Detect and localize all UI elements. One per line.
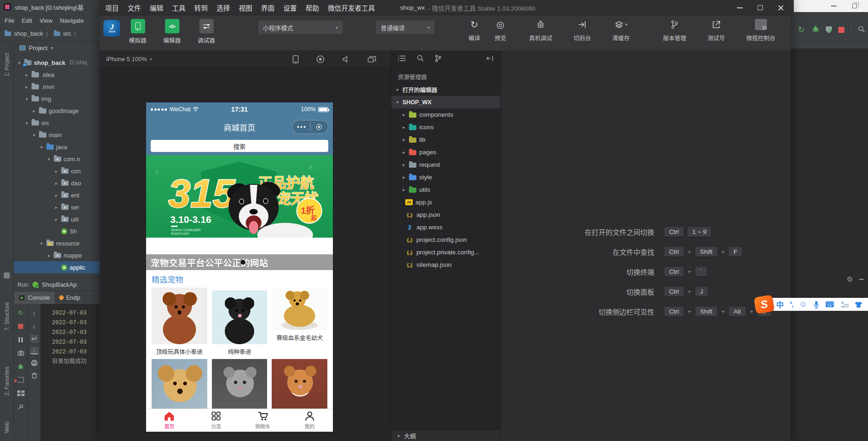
- explorer-file-row[interactable]: {..} project.config.json: [391, 233, 500, 246]
- devtools-menu-item[interactable]: 界面: [261, 3, 274, 13]
- record-icon[interactable]: [316, 55, 325, 63]
- explorer-file-row[interactable]: {..} sitemap.json: [391, 258, 500, 271]
- product-card[interactable]: 纯种泰迪: [212, 288, 268, 355]
- search-everywhere-icon[interactable]: [858, 25, 865, 35]
- idea-menu-item[interactable]: View: [39, 17, 52, 24]
- tree-expand-arrow-icon[interactable]: ▸: [32, 108, 37, 113]
- maximize-button[interactable]: [750, 0, 770, 15]
- explorer-folder-row[interactable]: ▸ icons: [391, 121, 500, 133]
- tree-expand-arrow-icon[interactable]: ▸: [54, 181, 59, 186]
- run-button[interactable]: ↻: [797, 26, 805, 34]
- pin-button[interactable]: [17, 403, 25, 411]
- tree-expand-arrow-icon[interactable]: ▸: [24, 84, 29, 89]
- toggle-debugger[interactable]: 调试器: [193, 19, 219, 44]
- ime-punctuation-toggle[interactable]: °‚: [790, 301, 793, 308]
- tree-row[interactable]: ▸ util: [14, 213, 100, 225]
- exit-button[interactable]: [17, 376, 25, 384]
- sogou-logo-icon[interactable]: S: [753, 295, 774, 314]
- weda-console-button[interactable]: 微搭控制台: [747, 18, 776, 42]
- explorer-folder-row[interactable]: ▸ utils: [391, 183, 500, 196]
- tree-row[interactable]: ▾ src: [14, 117, 100, 129]
- run-console-output[interactable]: 2022-07-032022-07-032022-07-032022-07-03…: [41, 304, 100, 441]
- product-card[interactable]: [152, 359, 207, 415]
- tree-row[interactable]: ▾ shop_back G:\shej: [14, 57, 100, 69]
- explorer-file-row[interactable]: 3 app.wxss: [391, 221, 500, 233]
- stop-button-toolbar[interactable]: [838, 27, 844, 33]
- minimize-icon[interactable]: [831, 6, 836, 6]
- restart-debug-button[interactable]: [17, 362, 25, 371]
- devtools-menu-item[interactable]: 工具: [172, 3, 185, 13]
- tree-expand-arrow-icon[interactable]: ▾: [24, 120, 29, 126]
- debug-button[interactable]: [812, 25, 819, 34]
- product-card[interactable]: [272, 359, 327, 415]
- product-card[interactable]: 顶级玩具体小泰迪: [152, 288, 207, 355]
- more-menu-button[interactable]: [293, 126, 310, 128]
- breadcrumb-item[interactable]: shop_back〉: [5, 30, 51, 38]
- file-list-icon[interactable]: [398, 55, 406, 63]
- explorer-folder-row[interactable]: ▸ request: [391, 158, 500, 171]
- explorer-file-row[interactable]: JS app.js: [391, 196, 500, 208]
- devtools-menu-item[interactable]: 文件: [128, 3, 141, 13]
- project-root-section[interactable]: ▾ SHOP_WX: [391, 96, 500, 108]
- close-button[interactable]: [770, 0, 791, 15]
- print-button[interactable]: [30, 359, 38, 367]
- explorer-folder-row[interactable]: ▸ style: [391, 171, 500, 183]
- devtools-menu-item[interactable]: 项目: [105, 3, 119, 13]
- scroll-up-icon[interactable]: ↑: [30, 309, 38, 318]
- explorer-file-row[interactable]: {..} app.json: [391, 208, 500, 221]
- tree-expand-arrow-icon[interactable]: ▾: [39, 241, 44, 246]
- breadcrumb-item[interactable]: src〉: [54, 30, 79, 38]
- ime-language-toggle[interactable]: 中: [776, 299, 784, 310]
- tree-row[interactable]: ▸ .idea: [14, 69, 100, 81]
- compile-button[interactable]: ↻ 编译: [467, 18, 482, 42]
- tree-row[interactable]: ▸ ent: [14, 189, 100, 201]
- idea-menu-item[interactable]: File: [5, 17, 14, 24]
- more-actions-button[interactable]: »: [762, 22, 767, 32]
- clear-cache-button[interactable]: ▾ 清缓存: [613, 18, 630, 42]
- promo-banner[interactable]: 人 爪 315 正品护航 爱宠无忧 3.10-3.16 WORLD CONSUM…: [146, 155, 333, 238]
- explorer-folder-row[interactable]: ▸ lib: [391, 133, 500, 146]
- toolwindow-tab-structure[interactable]: 7: Structure: [0, 291, 14, 342]
- idea-menu-item[interactable]: Edit: [22, 17, 32, 24]
- tab-profile[interactable]: 我的: [286, 409, 333, 432]
- toggle-simulator[interactable]: 模拟器: [125, 19, 151, 44]
- idea-menu-item[interactable]: Navigate: [60, 17, 83, 24]
- outline-section[interactable]: ▸ 大纲: [391, 430, 500, 441]
- collapse-panel-icon[interactable]: [486, 55, 494, 63]
- mode-select[interactable]: 小程序模式 ▾: [258, 20, 343, 34]
- project-panel-header[interactable]: Project ▾: [14, 41, 100, 55]
- tree-row[interactable]: ▾ img: [14, 93, 100, 105]
- rerun-button[interactable]: ↻: [17, 309, 25, 317]
- tree-row[interactable]: ▾ main: [14, 129, 100, 141]
- tree-expand-arrow-icon[interactable]: ▸: [46, 253, 51, 258]
- toolwindow-tab-web[interactable]: Web: [0, 417, 14, 438]
- tab-cart[interactable]: 购物车: [240, 409, 287, 432]
- devtools-menu-item[interactable]: 编辑: [150, 3, 163, 13]
- tree-row[interactable]: ▸ mappe: [14, 249, 100, 261]
- test-account-button[interactable]: 测试号: [708, 18, 725, 42]
- emoji-icon[interactable]: ☺: [799, 300, 807, 309]
- tree-expand-arrow-icon[interactable]: ▸: [54, 169, 59, 174]
- switch-background-button[interactable]: 切后台: [574, 18, 591, 42]
- toggle-editor[interactable]: </> 编辑器: [159, 19, 185, 44]
- handwriting-icon[interactable]: [840, 301, 849, 308]
- preview-button[interactable]: ◎ 预览: [493, 18, 508, 42]
- devtools-menu-item[interactable]: 设置: [283, 3, 297, 13]
- tree-row[interactable]: ▸ ser: [14, 201, 100, 213]
- tree-row[interactable]: ▾ java: [14, 141, 100, 153]
- scroll-to-end-button[interactable]: ↓: [30, 347, 38, 354]
- tree-expand-arrow-icon[interactable]: ▸: [54, 205, 59, 210]
- tree-row[interactable]: ▾ resource: [14, 237, 100, 249]
- tree-expand-arrow-icon[interactable]: ▸: [24, 72, 29, 77]
- rotate-device-icon[interactable]: [293, 55, 299, 63]
- stop-button[interactable]: [17, 322, 25, 330]
- search-icon[interactable]: [417, 55, 424, 63]
- pause-button[interactable]: [17, 335, 25, 344]
- tree-row[interactable]: ▸ .mvn: [14, 81, 100, 93]
- tab-console[interactable]: Console: [14, 291, 55, 304]
- search-input[interactable]: 搜索: [151, 140, 328, 152]
- tree-row[interactable]: ▸ dao: [14, 177, 100, 189]
- layout-settings-button[interactable]: [17, 389, 25, 397]
- tree-expand-arrow-icon[interactable]: ▾: [17, 60, 22, 65]
- detach-window-icon[interactable]: [368, 56, 376, 63]
